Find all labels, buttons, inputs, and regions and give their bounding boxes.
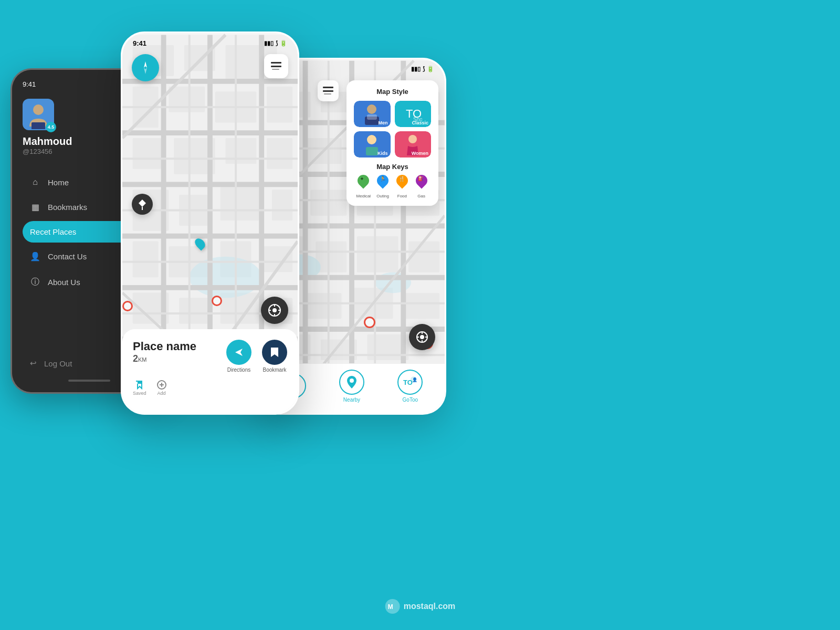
dist-num: 2 xyxy=(133,353,138,364)
svg-rect-117 xyxy=(323,87,333,88)
women-label: Women xyxy=(412,151,428,156)
svg-rect-58 xyxy=(271,66,281,67)
tab-saved[interactable]: Saved xyxy=(133,380,146,396)
place-distance: 2KM xyxy=(133,353,196,364)
center-status-icons: ▮▮▯ ⟆ 🔋 xyxy=(264,40,287,47)
bookmark-label: Bookmark xyxy=(262,367,286,373)
saved-icon xyxy=(135,380,144,390)
style-grid: Men TO Shop Classic xyxy=(354,101,431,158)
center-content: 9:41 ▮▮▯ ⟆ 🔋 xyxy=(122,33,298,413)
gotoo-circle: TO 👤 xyxy=(397,370,423,395)
svg-point-129 xyxy=(420,335,424,339)
svg-rect-119 xyxy=(324,93,331,94)
key-food: 🍴 Food xyxy=(395,175,410,198)
layers-icon xyxy=(270,61,282,71)
about-icon: ⓘ xyxy=(30,277,40,288)
men-label: Men xyxy=(379,120,388,125)
avatar-wrapper: 4.5 xyxy=(23,99,54,130)
directions-label: Directions xyxy=(227,367,250,373)
tab-nearby[interactable]: Nearby xyxy=(339,370,364,403)
key-outing: 🏃 Outing xyxy=(375,175,390,198)
bookmark-circle xyxy=(262,340,287,365)
layers-button[interactable] xyxy=(264,54,288,78)
svg-rect-17 xyxy=(220,184,262,220)
key-gas-label: Gas xyxy=(417,194,425,198)
compass-button[interactable] xyxy=(132,54,159,81)
svg-rect-13 xyxy=(225,138,256,164)
key-medical: + Medical xyxy=(356,175,371,198)
svg-rect-57 xyxy=(271,62,281,64)
logout-label: Log Out xyxy=(44,359,72,368)
place-name: Place name xyxy=(133,340,196,353)
nav-label-bookmarks: Bookmarks xyxy=(48,203,87,212)
home-icon: ⌂ xyxy=(30,177,40,187)
panel-tabs: Saved Add xyxy=(133,377,287,396)
svg-rect-93 xyxy=(403,293,439,319)
style-classic[interactable]: TO Shop Classic xyxy=(395,101,432,127)
tab-gotoo[interactable]: TO 👤 GoToo xyxy=(397,370,423,403)
nav-label-about: About Us xyxy=(48,278,80,287)
bookmarks-icon: ▦ xyxy=(30,202,40,212)
directions-action[interactable]: Directions xyxy=(226,340,251,373)
contact-icon: 👤 xyxy=(30,251,40,261)
diamond-icon xyxy=(138,198,147,210)
add-label: Add xyxy=(158,391,166,396)
kids-label: Kids xyxy=(377,151,388,156)
center-time: 9:41 xyxy=(133,39,146,47)
add-icon xyxy=(157,380,166,390)
nav-label-contact: Contact Us xyxy=(48,252,87,261)
svg-rect-91 xyxy=(306,293,342,319)
locate-icon-right xyxy=(416,331,428,343)
key-medical-label: Medical xyxy=(356,194,371,198)
nav-label-recent: Recet Places xyxy=(30,227,76,236)
svg-point-63 xyxy=(272,308,277,312)
svg-rect-19 xyxy=(133,241,159,277)
style-women[interactable]: Women xyxy=(395,131,432,158)
pin-marker-left xyxy=(122,301,133,311)
locate-button[interactable] xyxy=(261,297,288,324)
map-keys-title: Map Keys xyxy=(354,163,431,171)
saved-label: Saved xyxy=(133,391,146,396)
svg-point-120 xyxy=(367,104,376,114)
location-marker xyxy=(196,238,204,249)
svg-rect-24 xyxy=(179,298,210,323)
dist-unit: KM xyxy=(138,356,147,363)
style-kids[interactable]: Kids xyxy=(354,131,391,158)
compass-icon xyxy=(138,60,153,76)
watermark-text: mostaql.com xyxy=(404,602,456,611)
home-indicator xyxy=(68,380,110,382)
profile-handle: @123456 xyxy=(23,148,52,155)
keys-row: + Medical 🏃 Outing 🍴 Food xyxy=(354,175,431,198)
svg-rect-89 xyxy=(408,242,439,272)
nav-label-home: Home xyxy=(48,178,69,187)
nearby-label: Nearby xyxy=(343,397,360,403)
locate-button-right[interactable] xyxy=(409,324,435,350)
style-men[interactable]: Men xyxy=(354,101,391,127)
diamond-button[interactable] xyxy=(132,194,153,215)
bookmark-action[interactable]: Bookmark xyxy=(262,340,287,373)
map-style-title: Map Style xyxy=(354,88,431,96)
right-pin-1 xyxy=(364,317,375,328)
nearby-icon xyxy=(345,375,358,390)
svg-rect-118 xyxy=(323,90,333,92)
gotoo-icon: TO 👤 xyxy=(402,374,418,390)
svg-text:M: M xyxy=(388,603,393,611)
watermark: M mostaql.com xyxy=(385,598,456,614)
svg-point-1 xyxy=(33,104,44,115)
svg-rect-11 xyxy=(133,138,164,169)
svg-rect-88 xyxy=(357,236,398,272)
svg-rect-10 xyxy=(267,87,292,123)
svg-point-127 xyxy=(408,135,417,143)
place-actions: Directions Bookmark xyxy=(226,340,287,373)
layers-button-right[interactable] xyxy=(318,80,339,101)
layers-icon-right xyxy=(322,86,334,96)
pin-marker-1 xyxy=(212,296,222,306)
svg-rect-126 xyxy=(366,147,378,155)
gotoo-label: GoToo xyxy=(403,397,418,403)
logo-icon: M xyxy=(385,598,401,614)
tab-add[interactable]: Add xyxy=(157,380,166,396)
svg-rect-2 xyxy=(32,122,45,129)
nearby-circle xyxy=(339,370,364,395)
svg-rect-59 xyxy=(272,69,279,70)
svg-marker-68 xyxy=(235,349,243,356)
